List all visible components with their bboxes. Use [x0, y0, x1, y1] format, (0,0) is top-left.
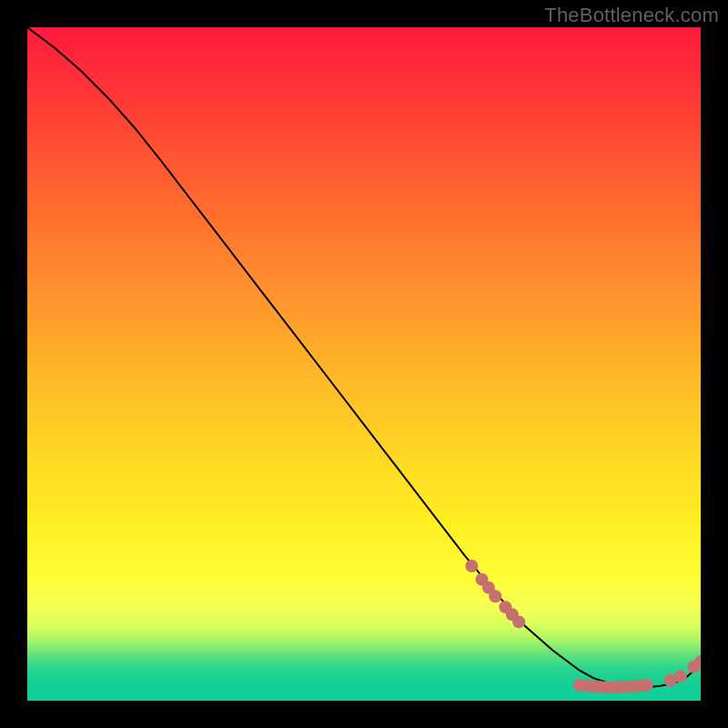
- chart-frame: TheBottleneck.com: [0, 0, 728, 728]
- data-marker: [512, 615, 525, 628]
- chart-overlay: [27, 27, 701, 701]
- data-marker: [674, 670, 687, 682]
- plot-area: [27, 27, 701, 701]
- data-markers: [465, 560, 701, 693]
- data-marker: [641, 679, 653, 692]
- watermark-text: TheBottleneck.com: [544, 4, 719, 27]
- curve-line: [27, 27, 701, 687]
- data-marker: [465, 560, 478, 572]
- data-marker: [489, 590, 501, 602]
